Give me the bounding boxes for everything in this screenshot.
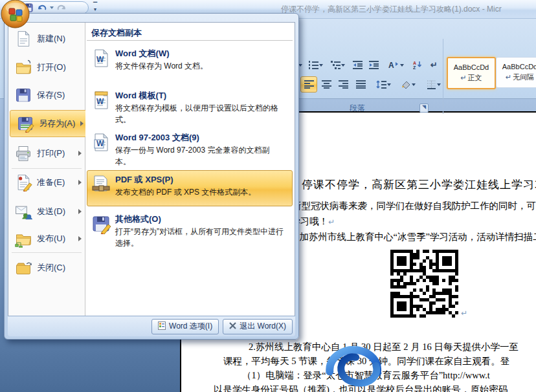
word-document-icon: W — [91, 48, 111, 69]
office-menu: 新建(N)打开(O)保存(S)另存为(A)打印(P)准备(E)发送(D)发布(U… — [4, 13, 299, 340]
submenu-divider — [87, 40, 293, 41]
submenu-arrow-icon — [80, 121, 84, 126]
save-icon — [14, 86, 32, 104]
distribute-button[interactable] — [352, 76, 370, 93]
menu-item-发布(U)[interactable]: 发布(U) — [8, 226, 85, 252]
menu-item-发送(D)[interactable]: 发送(D) — [8, 199, 85, 224]
new-document-icon — [14, 30, 32, 48]
numbered-list-button[interactable] — [306, 58, 326, 72]
menu-item-新建(N)[interactable]: 新建(N) — [8, 26, 85, 52]
svg-text:W: W — [96, 55, 104, 64]
shading-button[interactable] — [396, 76, 419, 93]
align-left-button[interactable] — [300, 76, 317, 93]
svg-text:A: A — [413, 61, 416, 65]
submenu-arrow-icon — [78, 209, 82, 214]
group-separator — [443, 39, 443, 114]
word-97-icon: W — [91, 132, 111, 153]
menu-item-打印(P)[interactable]: 打印(P) — [8, 140, 85, 166]
submenu-arrow-icon — [78, 236, 82, 241]
submenu-header: 保存文档副本 — [91, 27, 142, 39]
office-menu-footer: Word 选项(I) 退出 Word(X) — [8, 316, 295, 336]
blue-swirl-logo — [324, 345, 383, 388]
line-spacing-button[interactable] — [373, 76, 394, 93]
increase-indent-button[interactable] — [366, 58, 381, 72]
style-card-正文[interactable]: AaBbCcDd↵正文 — [447, 57, 496, 89]
open-folder-icon — [14, 58, 32, 76]
paragraph-group-label: 段落 — [350, 103, 365, 114]
menu-item-准备(E)[interactable]: 准备(E) — [8, 169, 85, 195]
svg-text:W: W — [96, 139, 104, 148]
office-button[interactable] — [1, 0, 30, 28]
svg-text:A: A — [388, 61, 394, 69]
paragraph-dialog-launcher[interactable]: ◥ — [419, 103, 429, 113]
print-icon — [14, 144, 32, 162]
office-menu-left-column: 新建(N)打开(O)保存(S)另存为(A)打印(P)准备(E)发送(D)发布(U… — [8, 23, 85, 317]
submenu-arrow-icon — [78, 151, 82, 156]
undo-icon[interactable] — [36, 3, 48, 13]
submenu-arrow-icon — [78, 180, 82, 185]
menu-separator — [12, 168, 82, 169]
prepare-icon — [14, 173, 32, 191]
word-options-button[interactable]: Word 选项(I) — [151, 319, 219, 334]
exit-word-button[interactable]: 退出 Word(X) — [223, 319, 293, 334]
multilevel-list-button[interactable] — [328, 58, 348, 72]
close-x-icon — [229, 322, 236, 331]
decrease-indent-button[interactable] — [350, 58, 365, 72]
menu-item-打开(O)[interactable]: 打开(O) — [8, 54, 85, 80]
window-title: 停课不停学，高新区第三小学娄江娃线上学习攻略(1).docx - Micr — [281, 4, 502, 15]
word-options-icon — [158, 321, 166, 332]
align-right-button[interactable] — [335, 76, 351, 93]
menu-separator — [12, 252, 82, 253]
undo-dropdown-icon[interactable] — [50, 6, 54, 9]
align-center-button[interactable] — [318, 76, 334, 93]
other-format-icon — [91, 213, 111, 234]
save-as-submenu: 保存文档副本 WWord 文档(W)将文件保存为 Word 文档。WWord 模… — [85, 23, 295, 317]
menu-item-保存(S)[interactable]: 保存(S) — [8, 82, 85, 108]
sort-button[interactable]: AZ — [409, 58, 425, 72]
document-line: 2.苏州线上教育中心自 1 月 30 日起至 2 月 16 日每天提供小学一至 — [249, 341, 519, 353]
document-line: 新型冠状病毒来袭，同学们在做好自我防护工作的同时，可以 — [292, 200, 536, 212]
customize-quick-access-icon[interactable]: ▔▾ — [91, 3, 100, 13]
publish-icon — [14, 230, 32, 248]
asian-layout-button[interactable]: A — [384, 58, 407, 72]
word-template-icon: W — [91, 90, 111, 111]
send-icon — [14, 202, 32, 221]
redo-icon[interactable] — [56, 3, 67, 13]
document-line: 参加苏州市线上教育中心“冰雪季”学习活动，活动详情扫描二 — [290, 231, 536, 243]
svg-text:Z: Z — [413, 65, 416, 69]
qr-code — [388, 248, 460, 320]
style-card-无间隔[interactable]: AaBbCcDd↵无间隔 — [496, 57, 536, 88]
close-folder-icon — [14, 259, 32, 277]
word-application-window: { "title_bar": { "title": "停课不停学，高新区第三小学… — [0, 0, 536, 392]
menu-item-关闭(C)[interactable]: 关闭(C) — [8, 255, 85, 281]
paragraph-mark: ↵ — [461, 309, 467, 318]
svg-text:W: W — [96, 97, 104, 106]
document-heading: 停课不停学，高新区第三小学娄江娃线上学习攻略 — [302, 177, 536, 192]
menu-item-另存为(A)[interactable]: 另存为(A) — [10, 110, 88, 137]
save-as-icon — [16, 114, 34, 133]
show-hide-marks-button[interactable]: ↵ — [427, 58, 441, 72]
pdf-xps-icon — [91, 174, 111, 195]
borders-button[interactable] — [422, 76, 445, 93]
